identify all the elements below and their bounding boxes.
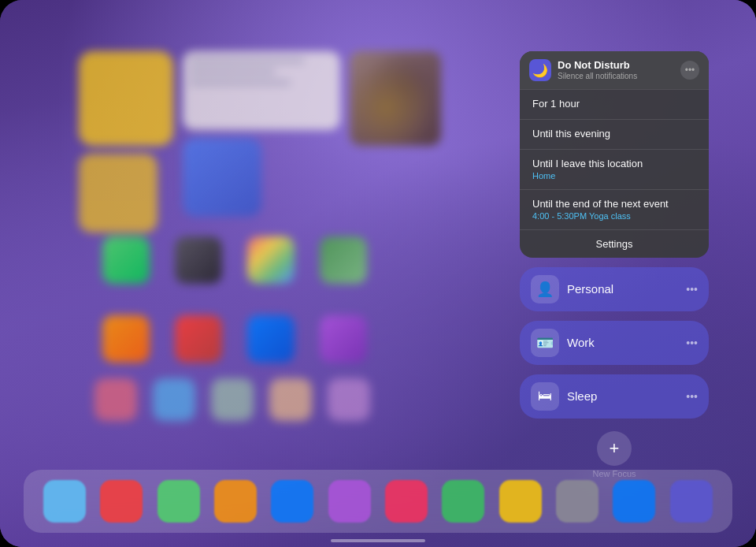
blurred-icon-2	[153, 378, 195, 421]
photo-content	[350, 51, 441, 146]
dnd-option-1-hour[interactable]: For 1 hour	[520, 89, 709, 119]
moon-icon: 🌙	[529, 59, 551, 81]
blurred-icon-3	[211, 378, 254, 421]
work-icon: 🪪	[531, 329, 559, 357]
dnd-subtitle: Silence all notifications	[558, 72, 674, 81]
app-purple[interactable]	[320, 315, 367, 363]
dock-icon-4[interactable]	[214, 480, 257, 523]
sleep-more[interactable]: •••	[686, 390, 698, 403]
blurred-icon-4	[269, 378, 312, 421]
dock-icon-3[interactable]	[158, 480, 200, 523]
dnd-title: Do Not Disturb	[558, 59, 674, 72]
app-grid-area	[0, 0, 465, 547]
dock-icon-5[interactable]	[271, 480, 313, 523]
dock	[24, 470, 732, 533]
new-focus-plus-icon: +	[597, 431, 632, 466]
dnd-settings-button[interactable]: Settings	[520, 229, 709, 258]
dnd-card: 🌙 Do Not Disturb Silence all notificatio…	[520, 51, 709, 258]
work-label: Work	[567, 336, 678, 349]
dnd-option-1-hour-label: For 1 hour	[532, 98, 580, 110]
app-photos[interactable]	[247, 236, 295, 284]
personal-more[interactable]: •••	[686, 283, 698, 296]
widget-photo	[350, 51, 441, 146]
dnd-option-event-sub: 4:00 - 5:30PM Yoga class	[532, 211, 696, 221]
dock-icon-10[interactable]	[556, 480, 598, 523]
widget-yellow	[79, 51, 173, 233]
focus-work-button[interactable]: 🪪 Work •••	[520, 321, 709, 365]
personal-label: Personal	[567, 282, 678, 296]
dnd-header: 🌙 Do Not Disturb Silence all notificatio…	[520, 51, 709, 89]
app-icons-row-2	[102, 315, 367, 363]
app-icons-row-1	[102, 236, 367, 284]
dnd-option-evening[interactable]: Until this evening	[520, 119, 709, 149]
widget-area	[79, 51, 441, 233]
widget-sticky-2	[79, 154, 158, 233]
notes-line-3	[189, 80, 291, 86]
dock-icon-11[interactable]	[613, 480, 655, 523]
app-red[interactable]	[175, 315, 222, 363]
blurred-app-row	[94, 378, 441, 426]
dock-icon-9[interactable]	[499, 480, 542, 523]
blurred-icon-1	[94, 378, 137, 421]
widget-notes	[183, 51, 340, 130]
dock-icon-8[interactable]	[442, 480, 484, 523]
dnd-option-event[interactable]: Until the end of the next event 4:00 - 5…	[520, 189, 709, 229]
app-camera[interactable]	[175, 236, 222, 284]
home-indicator	[331, 539, 425, 542]
dnd-title-block: Do Not Disturb Silence all notifications	[558, 59, 674, 81]
focus-personal-button[interactable]: 👤 Personal •••	[520, 267, 709, 311]
notes-line-1	[189, 58, 305, 64]
dnd-option-event-label: Until the end of the next event	[532, 198, 696, 211]
dnd-option-location-label: Until I leave this location	[532, 158, 696, 171]
work-more[interactable]: •••	[686, 337, 698, 349]
focus-sleep-button[interactable]: 🛏 Sleep •••	[520, 374, 709, 419]
widget-blue	[183, 138, 261, 217]
dock-icon-12[interactable]	[670, 480, 713, 523]
sleep-icon: 🛏	[531, 382, 559, 411]
dnd-more-button[interactable]: •••	[680, 61, 699, 80]
app-messages[interactable]	[102, 236, 150, 284]
dock-icon-7[interactable]	[385, 480, 428, 523]
dock-icon-2[interactable]	[100, 480, 143, 523]
dock-icon-1[interactable]	[43, 480, 86, 523]
widget-col	[183, 51, 340, 233]
dnd-option-location-sub: Home	[532, 171, 696, 181]
notes-line-2	[189, 69, 276, 75]
app-orange[interactable]	[102, 315, 150, 363]
app-maps[interactable]	[320, 236, 367, 284]
dnd-option-location[interactable]: Until I leave this location Home	[520, 149, 709, 189]
sleep-label: Sleep	[567, 389, 678, 403]
right-panel: 🌙 Do Not Disturb Silence all notificatio…	[520, 51, 709, 478]
ipad-frame: 🌙 Do Not Disturb Silence all notificatio…	[0, 0, 756, 547]
app-blue[interactable]	[247, 315, 295, 363]
personal-icon: 👤	[531, 275, 559, 303]
blurred-icon-5	[328, 378, 370, 421]
dnd-option-evening-label: Until this evening	[532, 128, 610, 140]
widget-sticky	[79, 51, 173, 146]
dock-icon-6[interactable]	[328, 480, 371, 523]
